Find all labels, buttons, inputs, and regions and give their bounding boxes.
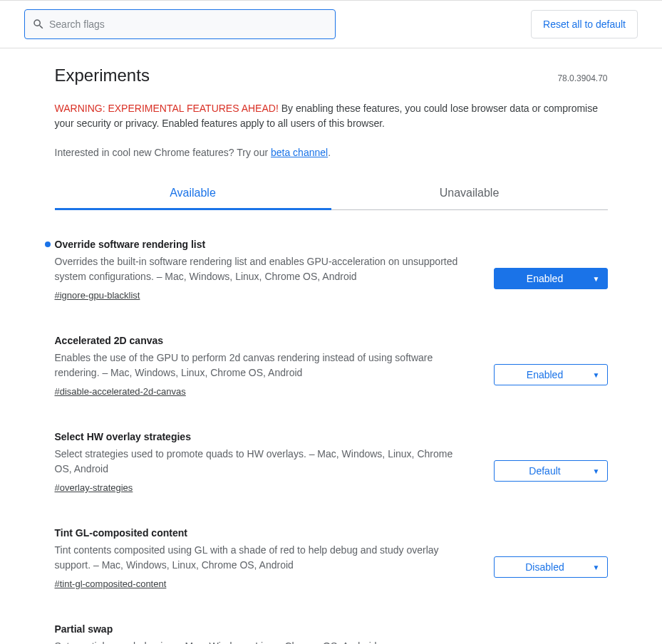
flag-control: Default▼ bbox=[494, 431, 608, 493]
flag-anchor-link[interactable]: #disable-accelerated-2d-canvas bbox=[55, 386, 186, 397]
flag-content: Partial swapSets partial swap behavior. … bbox=[55, 623, 477, 644]
flag-select[interactable]: Enabled▼ bbox=[494, 364, 608, 385]
flag-item: Accelerated 2D canvasEnables the use of … bbox=[55, 335, 608, 397]
flag-select-value: Enabled bbox=[527, 369, 563, 380]
flag-item: Partial swapSets partial swap behavior. … bbox=[55, 623, 608, 644]
flag-content: Select HW overlay strategiesSelect strat… bbox=[55, 431, 477, 493]
beta-channel-link[interactable]: beta channel bbox=[271, 147, 328, 158]
flag-description: Select strategies used to promote quads … bbox=[55, 447, 470, 477]
flag-control: Enabled▼ bbox=[494, 335, 608, 397]
flag-title: Tint GL-composited content bbox=[55, 527, 470, 539]
header-row: Experiments 78.0.3904.70 bbox=[55, 66, 608, 85]
tab-unavailable[interactable]: Unavailable bbox=[331, 178, 608, 209]
flag-description: Sets partial swap behavior. – Mac, Windo… bbox=[55, 639, 470, 644]
flag-title: Partial swap bbox=[55, 623, 470, 635]
flag-description: Enables the use of the GPU to perform 2d… bbox=[55, 350, 470, 380]
flag-select[interactable]: Disabled▼ bbox=[494, 556, 608, 578]
flag-control: Enabled▼ bbox=[494, 623, 608, 644]
flag-anchor-link[interactable]: #overlay-strategies bbox=[55, 482, 133, 493]
flag-content: Tint GL-composited contentTint contents … bbox=[55, 527, 477, 589]
warning-text: WARNING: EXPERIMENTAL FEATURES AHEAD! By… bbox=[55, 101, 608, 131]
flag-item: Override software rendering listOverride… bbox=[55, 239, 608, 301]
top-bar: Reset all to default bbox=[0, 0, 662, 48]
flag-title: Select HW overlay strategies bbox=[55, 431, 470, 442]
chevron-down-icon: ▼ bbox=[593, 274, 600, 282]
flag-item: Select HW overlay strategiesSelect strat… bbox=[55, 431, 608, 493]
chevron-down-icon: ▼ bbox=[593, 467, 600, 474]
flag-select-value: Disabled bbox=[525, 561, 564, 573]
interested-text: Interested in cool new Chrome features? … bbox=[55, 147, 608, 158]
flag-content: Override software rendering listOverride… bbox=[55, 239, 477, 301]
flag-item: Tint GL-composited contentTint contents … bbox=[55, 527, 608, 589]
flag-title: Accelerated 2D canvas bbox=[55, 335, 470, 346]
chevron-down-icon: ▼ bbox=[593, 370, 600, 378]
version-label: 78.0.3904.70 bbox=[557, 73, 607, 83]
flag-anchor-link[interactable]: #tint-gl-composited-content bbox=[55, 578, 167, 589]
flag-control: Disabled▼ bbox=[494, 527, 608, 589]
search-input[interactable] bbox=[49, 19, 328, 30]
warning-prefix: WARNING: EXPERIMENTAL FEATURES AHEAD! bbox=[55, 103, 279, 114]
flag-anchor-link[interactable]: #ignore-gpu-blacklist bbox=[55, 290, 140, 301]
flag-content: Accelerated 2D canvasEnables the use of … bbox=[55, 335, 477, 397]
flag-select-value: Default bbox=[529, 465, 560, 477]
search-icon bbox=[32, 18, 45, 31]
tabs: Available Unavailable bbox=[55, 178, 608, 210]
reset-all-button[interactable]: Reset all to default bbox=[531, 10, 638, 38]
flag-control: Enabled▼ bbox=[494, 239, 608, 301]
tab-available[interactable]: Available bbox=[55, 178, 331, 209]
flag-select[interactable]: Enabled▼ bbox=[494, 268, 608, 289]
flag-select-value: Enabled bbox=[527, 273, 563, 284]
flag-description: Overrides the built-in software renderin… bbox=[55, 254, 470, 284]
page-title: Experiments bbox=[55, 66, 150, 85]
chevron-down-icon: ▼ bbox=[593, 563, 600, 571]
flag-description: Tint contents composited using GL with a… bbox=[55, 543, 470, 573]
flags-list: Override software rendering listOverride… bbox=[55, 239, 608, 644]
search-box[interactable] bbox=[24, 9, 336, 39]
flag-title: Override software rendering list bbox=[55, 239, 470, 250]
flag-select[interactable]: Default▼ bbox=[494, 460, 608, 482]
